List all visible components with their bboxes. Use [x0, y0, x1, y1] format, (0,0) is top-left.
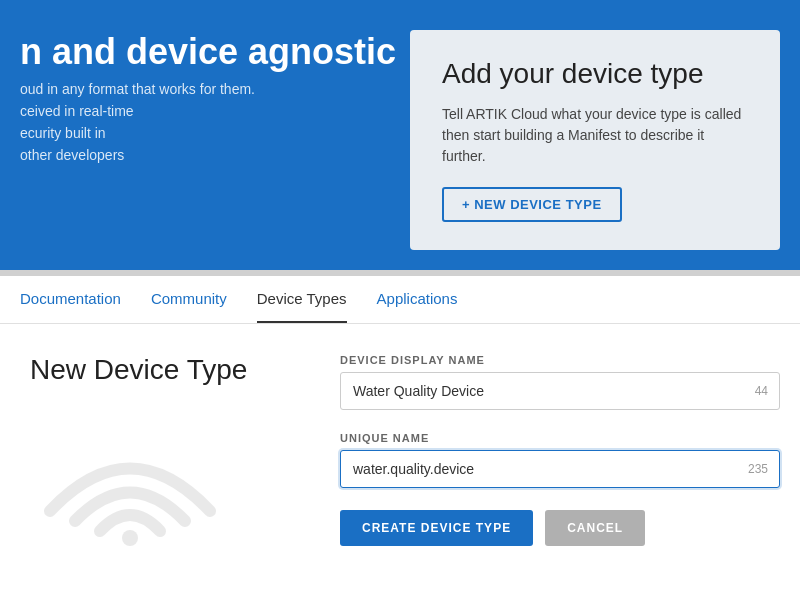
hero-section: n and device agnostic oud in any format …	[0, 0, 800, 270]
main-content: New Device Type DEVICE DISPLAY NAME 44 U…	[0, 324, 800, 600]
new-device-type-button[interactable]: + NEW DEVICE TYPE	[442, 187, 622, 222]
hero-line3: ecurity built in	[20, 125, 396, 141]
create-device-type-button[interactable]: CREATE DEVICE TYPE	[340, 510, 533, 546]
unique-name-char-count: 235	[748, 462, 768, 476]
card-description: Tell ARTIK Cloud what your device type i…	[442, 104, 748, 167]
device-display-name-label: DEVICE DISPLAY NAME	[340, 354, 780, 366]
unique-name-input[interactable]	[340, 450, 780, 488]
page-title: New Device Type	[30, 354, 310, 386]
hero-line2: ceived in real-time	[20, 103, 396, 119]
hero-heading: n and device agnostic	[20, 30, 396, 73]
unique-name-wrapper: 235	[340, 450, 780, 488]
unique-name-group: UNIQUE NAME 235	[340, 432, 780, 488]
nav-community[interactable]: Community	[151, 276, 227, 323]
display-name-char-count: 44	[755, 384, 768, 398]
hero-line1: oud in any format that works for them.	[20, 81, 396, 97]
nav-documentation[interactable]: Documentation	[20, 276, 121, 323]
card-title: Add your device type	[442, 58, 748, 90]
cancel-button[interactable]: CANCEL	[545, 510, 645, 546]
svg-point-0	[122, 530, 138, 546]
device-icon	[30, 416, 310, 550]
form-panel: DEVICE DISPLAY NAME 44 UNIQUE NAME 235 C…	[310, 354, 780, 580]
device-display-name-group: DEVICE DISPLAY NAME 44	[340, 354, 780, 410]
device-display-name-input[interactable]	[340, 372, 780, 410]
left-panel: New Device Type	[30, 354, 310, 580]
hero-text: n and device agnostic oud in any format …	[20, 30, 396, 163]
unique-name-label: UNIQUE NAME	[340, 432, 780, 444]
hero-line4: other developers	[20, 147, 396, 163]
hero-card: Add your device type Tell ARTIK Cloud wh…	[410, 30, 780, 250]
form-actions: CREATE DEVICE TYPE CANCEL	[340, 510, 780, 546]
nav-applications[interactable]: Applications	[377, 276, 458, 323]
navigation-bar: Documentation Community Device Types App…	[0, 276, 800, 324]
nav-device-types[interactable]: Device Types	[257, 276, 347, 323]
device-display-name-wrapper: 44	[340, 372, 780, 410]
